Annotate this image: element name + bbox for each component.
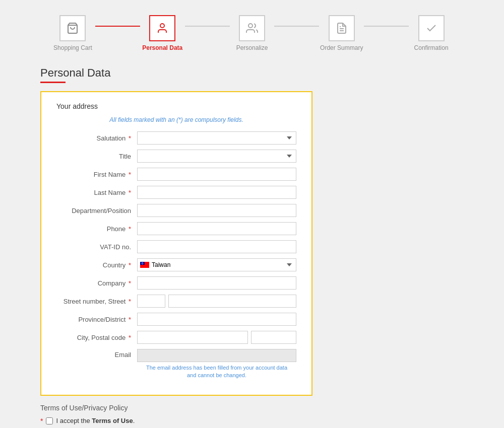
address-box-title: Your address [56, 102, 296, 110]
country-required: * [129, 261, 131, 269]
terms-of-use-link[interactable]: Terms of Use [92, 417, 133, 424]
country-select-wrap: Taiwan China Japan United States [137, 258, 296, 271]
company-label: Company * [56, 279, 137, 287]
step-label-personalize: Personalize [236, 44, 268, 51]
last-name-input[interactable] [137, 186, 296, 199]
terms-accept-row: * I accept the Terms of Use. [40, 417, 312, 425]
connector-3 [274, 26, 319, 27]
city-row: City, Postal code * [56, 331, 296, 344]
step-icon-shopping-cart [59, 15, 86, 41]
steps-wrapper: Shopping Cart Personal Data [50, 15, 454, 51]
email-input [137, 349, 296, 362]
last-name-row: Last Name * [56, 186, 296, 199]
street-inputs-wrap [137, 295, 296, 308]
street-label: Street number, Street * [56, 298, 137, 305]
email-note: The email address has been filled from y… [137, 364, 296, 380]
province-label: Province/District * [56, 316, 137, 323]
department-row: Department/Position [56, 204, 296, 217]
step-order-summary: Order Summary [319, 15, 364, 51]
company-input[interactable] [137, 276, 296, 290]
first-name-input[interactable] [137, 168, 296, 181]
city-required: * [129, 334, 131, 341]
address-box: Your address All fields marked with an (… [40, 91, 312, 396]
compulsory-note: All fields marked with an (*) are compul… [56, 116, 296, 123]
email-wrap: The email address has been filled from y… [137, 349, 296, 380]
page-title: Personal Data [40, 66, 464, 80]
first-name-row: First Name * [56, 168, 296, 181]
step-icon-personalize [239, 15, 265, 41]
phone-label: Phone * [56, 225, 137, 233]
province-row: Province/District * [56, 313, 296, 326]
title-select[interactable]: Prof. Dr. Prof. Dr. [137, 150, 296, 163]
terms-checkbox[interactable] [46, 417, 53, 424]
connector-4 [364, 26, 409, 27]
vat-row: VAT-ID no. [56, 240, 296, 253]
svg-point-1 [160, 24, 164, 28]
phone-row: Phone * [56, 222, 296, 235]
progress-bar: Shopping Cart Personal Data [0, 0, 504, 61]
step-label-confirmation: Confirmation [414, 44, 449, 51]
salutation-label: Salutation * [56, 134, 137, 142]
step-shopping-cart: Shopping Cart [50, 15, 95, 51]
street-required: * [129, 298, 131, 305]
street-row: Street number, Street * [56, 295, 296, 308]
step-label-personal-data: Personal Data [142, 44, 182, 51]
title-row: Title Prof. Dr. Prof. Dr. [56, 150, 296, 163]
company-row: Company * [56, 276, 296, 290]
terms-title: Terms of Use/Privacy Policy [40, 404, 312, 412]
department-label: Department/Position [56, 207, 137, 215]
last-name-required: * [129, 189, 131, 196]
postal-input[interactable] [251, 331, 296, 344]
terms-label: I accept the Terms of Use. [56, 417, 135, 424]
province-input[interactable] [137, 313, 296, 326]
step-personalize: Personalize [230, 15, 275, 51]
step-confirmation: Confirmation [409, 15, 454, 51]
city-postal-wrap [137, 331, 296, 344]
terms-required-star: * [40, 417, 43, 425]
email-label: Email [56, 349, 137, 359]
salutation-row: Salutation * Mr. Mrs. Ms. Dr. [56, 131, 296, 145]
city-input[interactable] [137, 331, 248, 344]
first-name-label: First Name * [56, 171, 137, 178]
vat-input[interactable] [137, 240, 296, 253]
connector-1 [95, 26, 140, 27]
company-required: * [129, 279, 131, 287]
step-icon-personal-data [149, 15, 175, 41]
phone-required: * [129, 225, 131, 233]
province-required: * [129, 316, 131, 323]
connector-2 [185, 26, 230, 27]
main-content: Personal Data Your address All fields ma… [0, 61, 504, 428]
last-name-label: Last Name * [56, 189, 137, 196]
city-label: City, Postal code * [56, 334, 137, 341]
street-number-input[interactable] [137, 295, 165, 308]
step-icon-confirmation [418, 15, 445, 41]
vat-label: VAT-ID no. [56, 243, 137, 251]
phone-input[interactable] [137, 222, 296, 235]
title-underline [40, 82, 66, 83]
country-label: Country * [56, 261, 137, 269]
country-select[interactable]: Taiwan China Japan United States [137, 258, 296, 271]
department-input[interactable] [137, 204, 296, 217]
salutation-select[interactable]: Mr. Mrs. Ms. Dr. [137, 131, 296, 145]
step-label-shopping-cart: Shopping Cart [53, 44, 92, 51]
step-personal-data: Personal Data [140, 15, 185, 51]
street-name-input[interactable] [168, 295, 296, 308]
step-icon-order-summary [329, 15, 355, 41]
svg-point-2 [248, 24, 253, 28]
country-row: Country * Taiwan China Japan United Stat… [56, 258, 296, 271]
title-label: Title [56, 153, 137, 160]
terms-section: Terms of Use/Privacy Policy * I accept t… [40, 404, 312, 428]
first-name-required: * [129, 171, 131, 178]
salutation-required: * [129, 134, 131, 142]
email-row: Email The email address has been filled … [56, 349, 296, 380]
step-label-order-summary: Order Summary [320, 44, 363, 51]
